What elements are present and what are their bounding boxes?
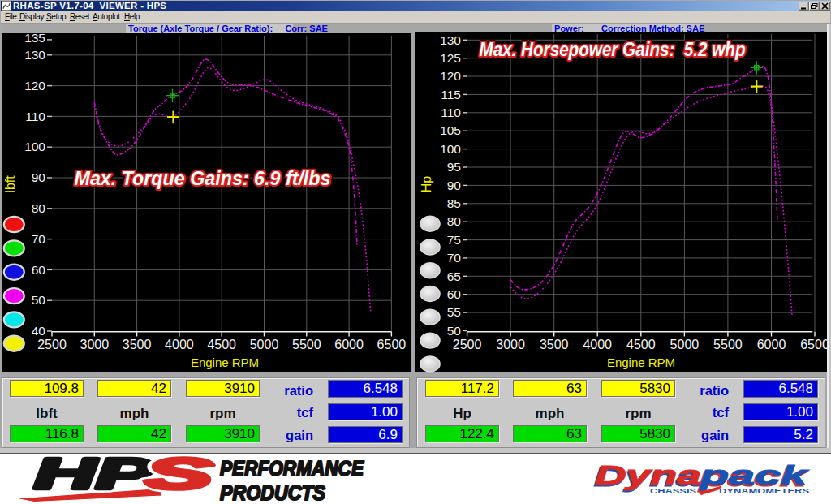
svg-text:135: 135 — [24, 31, 45, 45]
svg-text:80: 80 — [32, 201, 46, 215]
svg-text:40: 40 — [32, 324, 46, 338]
svg-text:PERFORMANCE: PERFORMANCE — [220, 456, 364, 480]
svg-text:4000: 4000 — [165, 338, 194, 351]
svg-text:130: 130 — [440, 33, 461, 47]
svg-text:70: 70 — [32, 232, 46, 246]
svg-text:Max. Torque Gains: 6.9 ft/lbs: Max. Torque Gains: 6.9 ft/lbs — [75, 168, 331, 189]
svg-text:100: 100 — [440, 142, 461, 156]
svg-text:75: 75 — [447, 233, 461, 247]
svg-text:95: 95 — [447, 160, 461, 174]
svg-text:110: 110 — [25, 110, 45, 123]
svg-text:70: 70 — [447, 251, 462, 265]
svg-text:Max. Horsepower Gains: 5.2 wh: Max. Horsepower Gains: 5.2 whp — [480, 39, 746, 60]
svg-text:S: S — [145, 450, 213, 498]
svg-text:105: 105 — [440, 123, 461, 137]
svg-text:2500: 2500 — [453, 338, 482, 351]
svg-text:6000: 6000 — [757, 338, 786, 351]
svg-text:5500: 5500 — [292, 338, 321, 351]
svg-text:6000: 6000 — [334, 338, 364, 351]
svg-text:Engine RPM: Engine RPM — [191, 355, 259, 369]
svg-text:55: 55 — [447, 305, 461, 319]
svg-text:3500: 3500 — [540, 338, 569, 351]
svg-text:60: 60 — [32, 263, 46, 277]
svg-text:3500: 3500 — [123, 338, 152, 351]
svg-text:50: 50 — [447, 324, 462, 338]
svg-text:50: 50 — [32, 293, 46, 307]
svg-text:4500: 4500 — [207, 338, 236, 351]
svg-text:125: 125 — [440, 51, 461, 65]
svg-text:3000: 3000 — [80, 338, 110, 351]
svg-text:Engine RPM: Engine RPM — [607, 355, 675, 369]
svg-text:100: 100 — [24, 140, 45, 153]
svg-text:lbft: lbft — [3, 175, 17, 193]
svg-text:5500: 5500 — [713, 338, 743, 351]
svg-text:CHASSIS: CHASSIS — [650, 486, 696, 495]
svg-text:80: 80 — [447, 214, 462, 228]
svg-text:90: 90 — [447, 179, 462, 192]
svg-text:6500: 6500 — [377, 338, 407, 351]
svg-text:110: 110 — [441, 106, 461, 119]
svg-text:4500: 4500 — [626, 338, 656, 351]
svg-text:115: 115 — [441, 88, 461, 101]
svg-text:Hp: Hp — [420, 176, 433, 193]
svg-text:85: 85 — [447, 196, 461, 210]
svg-text:120: 120 — [24, 79, 45, 93]
svg-text:6500: 6500 — [800, 338, 829, 351]
svg-text:130: 130 — [24, 48, 45, 62]
svg-text:5000: 5000 — [250, 338, 279, 351]
svg-text:65: 65 — [447, 269, 461, 283]
svg-text:120: 120 — [440, 69, 461, 83]
svg-text:PRODUCTS: PRODUCTS — [220, 480, 326, 504]
svg-text:2500: 2500 — [37, 338, 67, 351]
svg-text:3000: 3000 — [496, 338, 525, 351]
svg-text:DYNAMOMETERS: DYNAMOMETERS — [719, 486, 809, 495]
svg-text:90: 90 — [32, 170, 46, 184]
svg-text:4000: 4000 — [583, 338, 612, 351]
svg-text:HP: HP — [34, 450, 153, 498]
svg-text:5000: 5000 — [670, 338, 700, 351]
svg-text:60: 60 — [447, 287, 462, 301]
